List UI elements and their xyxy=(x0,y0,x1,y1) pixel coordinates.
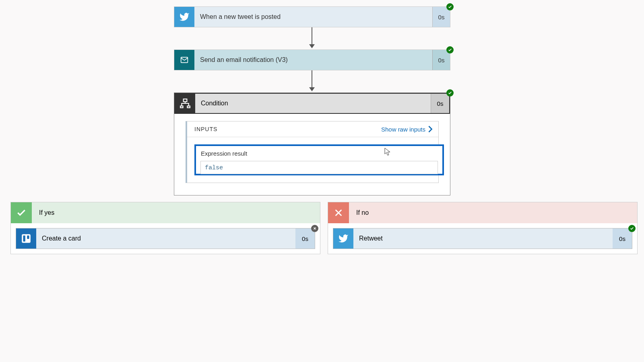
branch-header-no: If no xyxy=(328,202,637,223)
close-icon xyxy=(328,202,349,223)
branch-if-no[interactable]: If no Retweet 0s xyxy=(328,202,638,254)
action-retweet[interactable]: Retweet 0s xyxy=(333,228,632,249)
inputs-header: INPUTS Show raw inputs xyxy=(187,121,438,137)
condition-body: INPUTS Show raw inputs Expression result… xyxy=(174,114,450,195)
action-duration: 0s xyxy=(613,228,632,249)
action-create-card[interactable]: Create a card 0s xyxy=(16,228,315,249)
step-label: Condition xyxy=(195,94,431,113)
step-label: Send an email notification (V3) xyxy=(194,50,432,70)
svg-rect-1 xyxy=(184,99,187,102)
twitter-icon xyxy=(333,228,353,249)
svg-rect-5 xyxy=(23,235,25,241)
flow-arrow xyxy=(309,27,315,48)
expression-label: Expression result xyxy=(201,150,438,157)
svg-rect-2 xyxy=(180,106,183,108)
inputs-panel: INPUTS Show raw inputs Expression result… xyxy=(186,121,439,183)
branch-header-yes: If yes xyxy=(11,202,320,223)
chevron-right-icon xyxy=(428,125,433,133)
condition-icon xyxy=(175,94,195,113)
flow-arrow xyxy=(309,70,315,91)
status-success-icon xyxy=(446,46,454,53)
svg-rect-3 xyxy=(187,106,190,108)
expression-value: false xyxy=(205,165,223,171)
status-success-icon xyxy=(446,3,454,10)
flow-step-trigger[interactable]: When a new tweet is posted 0s xyxy=(174,6,450,27)
status-skipped-icon xyxy=(311,225,318,232)
check-icon xyxy=(11,202,32,223)
branch-if-yes[interactable]: If yes Create a card 0s xyxy=(10,202,320,254)
action-label: Create a card xyxy=(36,228,295,249)
condition-header[interactable]: Condition 0s xyxy=(174,93,450,114)
action-label: Retweet xyxy=(353,228,613,249)
flow-step-email[interactable]: Send an email notification (V3) 0s xyxy=(174,49,450,70)
svg-rect-6 xyxy=(27,235,29,239)
step-duration: 0s xyxy=(431,94,449,113)
email-icon xyxy=(174,50,194,70)
step-duration: 0s xyxy=(432,50,450,70)
twitter-icon xyxy=(174,7,194,27)
action-duration: 0s xyxy=(295,228,315,249)
inputs-title: INPUTS xyxy=(194,126,217,132)
status-success-icon xyxy=(628,225,636,232)
step-duration: 0s xyxy=(432,7,450,27)
branch-label: If yes xyxy=(32,202,320,223)
step-label: When a new tweet is posted xyxy=(194,7,432,27)
show-raw-label: Show raw inputs xyxy=(381,126,425,133)
show-raw-inputs-link[interactable]: Show raw inputs xyxy=(381,125,433,133)
expression-result-box: Expression result false xyxy=(194,144,433,175)
expression-highlight: Expression result false xyxy=(194,144,444,175)
trello-icon xyxy=(16,228,36,249)
flow-step-condition[interactable]: Condition 0s INPUTS Show raw inputs Expr… xyxy=(174,93,450,195)
branch-label: If no xyxy=(349,202,637,223)
status-success-icon xyxy=(446,89,454,97)
